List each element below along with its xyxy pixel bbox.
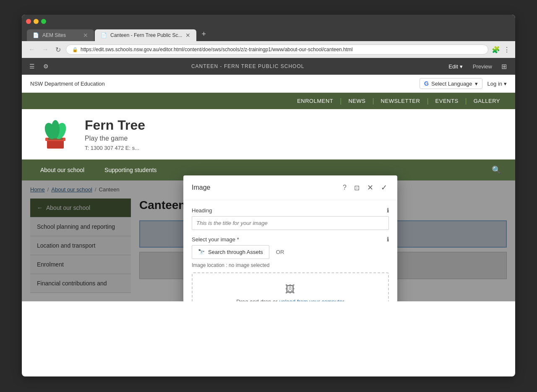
school-header: Fern Tree Play the game T: 1300 307 472 …: [22, 109, 515, 159]
tab-canteen[interactable]: 📄 Canteen - Fern Tree Public Sc... ✕: [95, 29, 196, 41]
dialog-fullscreen-button[interactable]: ⊡: [352, 183, 361, 193]
dialog-close-button[interactable]: ✕: [365, 182, 375, 193]
address-bar[interactable]: 🔒 https://edit.sws.schools.nsw.gov.au/ed…: [66, 44, 488, 55]
upload-link[interactable]: upload from your computer: [279, 298, 344, 301]
nav-enrolment[interactable]: ENROLMENT: [290, 93, 340, 109]
refresh-button[interactable]: ↻: [54, 45, 63, 55]
site-header: NSW Department of Education G Select Lan…: [22, 75, 515, 93]
dialog-title: Image: [192, 184, 210, 191]
dialog-confirm-button[interactable]: ✓: [379, 182, 389, 193]
or-text: OR: [276, 249, 284, 255]
heading-field: Heading ℹ: [192, 207, 389, 230]
heading-label: Heading: [192, 207, 212, 214]
heading-input[interactable]: [192, 216, 389, 230]
tab-label-active: Canteen - Fern Tree Public Sc...: [110, 32, 182, 38]
dialog-help-button[interactable]: ?: [341, 183, 348, 192]
tab-close-icon[interactable]: ✕: [83, 32, 88, 39]
traffic-light-red[interactable]: [26, 19, 31, 24]
binoculars-icon: 🔭: [198, 249, 205, 255]
org-name: NSW Department of Education: [30, 81, 105, 87]
cms-settings-icon[interactable]: ⚙: [41, 61, 51, 71]
heading-info-icon[interactable]: ℹ: [387, 207, 389, 214]
drop-text: Drag and drop or: [236, 298, 277, 301]
tab-aem-sites[interactable]: 📄 AEM Sites ✕: [27, 29, 94, 41]
nav-news[interactable]: NEWS: [341, 93, 372, 109]
school-info: Fern Tree Play the game T: 1300 307 472 …: [85, 118, 145, 151]
svg-point-5: [51, 120, 60, 139]
drop-zone[interactable]: 🖼 Drag and drop or upload from your comp…: [192, 272, 389, 301]
back-button[interactable]: ←: [27, 45, 37, 54]
sub-nav-supporting[interactable]: Supporting students: [94, 161, 167, 179]
sub-nav-about[interactable]: About our school: [30, 161, 94, 179]
school-name: Fern Tree: [85, 118, 145, 133]
tab-close-active-icon[interactable]: ✕: [185, 32, 190, 39]
menu-icon[interactable]: ⋮: [503, 46, 510, 54]
tab-icon-active: 📄: [101, 32, 107, 38]
forward-button[interactable]: →: [40, 45, 50, 54]
dialog-body: Heading ℹ Select your image * ℹ 🔭 Searc: [183, 200, 397, 301]
tab-icon: 📄: [33, 32, 39, 38]
select-image-info-icon[interactable]: ℹ: [387, 236, 389, 243]
school-logo: [39, 118, 72, 151]
school-tagline: Play the game: [85, 135, 145, 142]
login-button[interactable]: Log in ▾: [487, 81, 507, 87]
cms-page-title: CANTEEN - FERN TREE PUBLIC SCHOOL: [51, 63, 444, 69]
cms-page-icon[interactable]: ⊞: [498, 61, 510, 72]
select-image-field: Select your image * ℹ 🔭 Search through A…: [192, 236, 389, 301]
cms-sidebar-toggle[interactable]: ☰: [27, 61, 37, 71]
traffic-light-green[interactable]: [41, 19, 46, 24]
search-assets-button[interactable]: 🔭 Search through Assets: [192, 245, 269, 259]
lock-icon: 🔒: [72, 47, 78, 52]
upload-icon: 🖼: [203, 283, 378, 295]
dialog-header: Image ? ⊡ ✕ ✓: [183, 175, 397, 200]
google-icon: G: [424, 80, 429, 87]
image-location-text: Image location : no image selected: [192, 262, 389, 268]
url-text: https://edit.sws.schools.nsw.gov.au/edit…: [81, 47, 353, 52]
tab-label: AEM Sites: [42, 32, 66, 38]
select-image-label: Select your image *: [192, 236, 239, 243]
cms-edit-button[interactable]: Edit ▾: [444, 62, 467, 71]
select-language-label: Select Language: [431, 81, 472, 87]
select-language-button[interactable]: G Select Language ▾: [420, 78, 482, 89]
search-icon[interactable]: 🔍: [486, 159, 507, 180]
cms-preview-button[interactable]: Preview: [469, 62, 496, 71]
image-dialog: Image ? ⊡ ✕ ✓ Heading ℹ: [183, 175, 397, 301]
nav-gallery[interactable]: GALLERY: [467, 93, 507, 109]
traffic-light-yellow[interactable]: [34, 19, 39, 24]
school-contact: T: 1300 307 472 E: s...: [85, 145, 145, 151]
nav-events[interactable]: EVENTS: [429, 93, 465, 109]
extensions-icon[interactable]: 🧩: [492, 46, 500, 54]
new-tab-button[interactable]: +: [197, 27, 210, 41]
main-nav: ENROLMENT | NEWS | NEWSLETTER | EVENTS |…: [22, 93, 515, 109]
nav-newsletter[interactable]: NEWSLETTER: [374, 93, 427, 109]
